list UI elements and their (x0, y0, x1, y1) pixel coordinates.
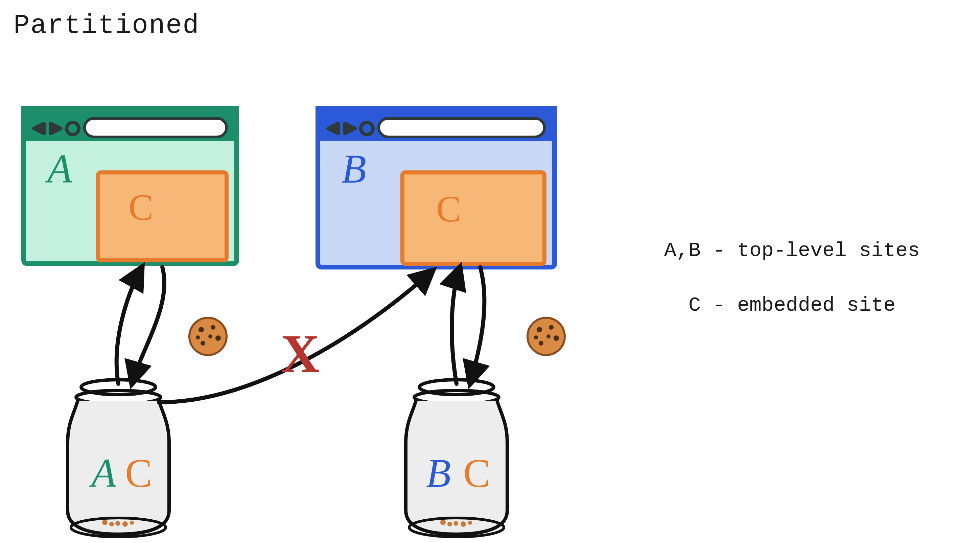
svg-point-17 (115, 521, 120, 526)
svg-point-35 (528, 318, 565, 355)
block-x-icon: X (281, 324, 320, 384)
svg-point-41 (534, 335, 538, 340)
svg-point-37 (549, 325, 554, 330)
browser-a-label: A (45, 146, 72, 191)
svg-point-30 (211, 325, 215, 330)
svg-point-32 (200, 341, 205, 346)
browser-b-embed-c: C (402, 172, 544, 264)
svg-point-28 (189, 318, 227, 355)
cookie-icon-b (528, 318, 565, 355)
arrow-jar-b-to-c (452, 267, 484, 384)
browser-a-address-bar (84, 118, 227, 137)
browser-a: A C (24, 108, 237, 264)
svg-point-29 (199, 327, 204, 332)
svg-point-19 (130, 521, 134, 525)
jar-a: A C (68, 380, 169, 537)
jar-b: B C (406, 380, 507, 537)
diagram-canvas: A C B C (0, 0, 980, 543)
svg-point-24 (447, 522, 452, 526)
jar-b-label-1: B (426, 451, 451, 496)
svg-point-40 (546, 334, 550, 338)
svg-rect-5 (98, 172, 227, 260)
svg-point-31 (215, 335, 221, 341)
svg-point-18 (123, 521, 128, 527)
svg-text:X: X (281, 324, 320, 384)
jar-b-label-2: C (463, 451, 490, 496)
browser-b-label: B (342, 146, 366, 191)
svg-point-25 (453, 521, 458, 526)
cookie-icon-a (189, 318, 227, 355)
svg-point-23 (440, 520, 446, 525)
jar-a-label-2: C (125, 451, 152, 496)
svg-point-33 (208, 334, 212, 338)
svg-point-16 (109, 522, 114, 526)
svg-point-38 (554, 335, 559, 341)
jar-a-label-1: A (89, 451, 116, 496)
svg-point-26 (461, 521, 466, 527)
browser-a-embed-c: C (98, 172, 227, 260)
arrow-jar-a-to-c (117, 267, 164, 384)
browser-b-embed-label: C (436, 188, 461, 230)
browser-b-address-bar (379, 118, 544, 137)
svg-rect-11 (402, 172, 544, 264)
browser-a-embed-label: C (129, 187, 153, 228)
svg-point-39 (539, 341, 543, 346)
svg-point-15 (102, 520, 108, 525)
svg-point-34 (196, 335, 200, 340)
svg-point-27 (468, 521, 472, 525)
svg-point-36 (537, 327, 542, 332)
browser-b: B C (318, 108, 555, 267)
